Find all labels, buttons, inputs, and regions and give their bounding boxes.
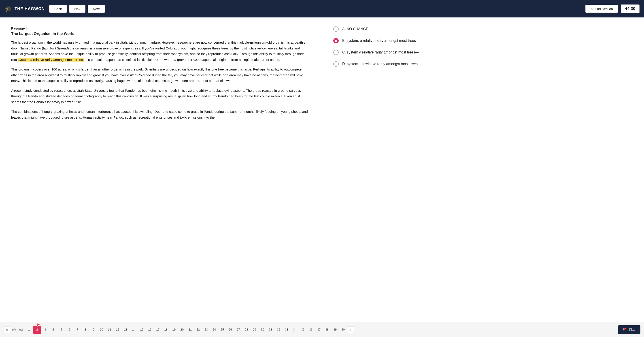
bottom-info-item[interactable]: info (10, 326, 17, 334)
bottom-instr-item[interactable]: instr (17, 326, 25, 334)
passage-label: Passage I (11, 26, 308, 30)
passage-paragraph-2: This organism covers over 106 acres, whi… (11, 66, 308, 84)
bottom-page-23[interactable]: 23 (202, 326, 210, 334)
bottom-page-36[interactable]: 36 (307, 326, 315, 334)
bottom-page-11[interactable]: 11 (106, 326, 114, 334)
bottom-page-18[interactable]: 18 (162, 326, 170, 334)
bottom-page-20[interactable]: 20 (178, 326, 186, 334)
italic-text: I Spread (55, 46, 68, 50)
timer: 44:30 (621, 4, 640, 13)
bottom-page-14[interactable]: 14 (130, 326, 138, 334)
bottom-page-37[interactable]: 37 (315, 326, 323, 334)
bottom-page-21[interactable]: 21 (186, 326, 194, 334)
end-section-label: End Section (595, 7, 613, 11)
bottom-page-10[interactable]: 10 (98, 326, 106, 334)
bottom-page-4[interactable]: 4 (49, 326, 57, 334)
bottom-page-38[interactable]: 38 (323, 326, 331, 334)
answer-label-c: C. system a relative rarity amongst most… (342, 50, 418, 54)
logo-icon: 🎓 (4, 5, 12, 12)
bottom-page-29[interactable]: 29 (250, 326, 258, 334)
end-section-button[interactable]: ✕ End Section (586, 5, 618, 13)
answer-option-b[interactable]: B. system, a relative rarity amongst mos… (333, 38, 630, 44)
bottom-page-17[interactable]: 17 (154, 326, 162, 334)
answer-label-d: D. system—a relative rarity amongst most… (342, 62, 418, 66)
bottom-page-3[interactable]: 3 (41, 326, 49, 334)
bottom-page-33[interactable]: 33 (283, 326, 291, 334)
bottom-page-31[interactable]: 31 (267, 326, 275, 334)
passage-paragraph-3: A recent study conducted by researchers … (11, 88, 308, 105)
bottom-page-15[interactable]: 15 (138, 326, 146, 334)
bottom-page-13[interactable]: 13 (122, 326, 130, 334)
bottom-page-32[interactable]: 32 (275, 326, 283, 334)
bottom-page-25[interactable]: 25 (218, 326, 226, 334)
bottom-page-35[interactable]: 35 (299, 326, 307, 334)
bottom-page-39[interactable]: 39 (331, 326, 339, 334)
question-panel: A. NO CHANGE B. system, a relative rarit… (320, 18, 644, 322)
answer-label-a: A. NO CHANGE (342, 27, 368, 31)
prev-arrow-button[interactable]: « (4, 326, 10, 333)
bottom-bar: 🚩 « info instr 1 2 3 4 5 6 7 8 9 10 11 1… (0, 322, 644, 337)
bottom-page-30[interactable]: 30 (258, 326, 267, 334)
flag-button[interactable]: 🚩 Flag (618, 325, 640, 334)
logo-area: 🎓 THE HAGWON (4, 5, 45, 12)
logo-text: THE HAGWON (14, 6, 45, 11)
bottom-page-1[interactable]: 1 (25, 326, 33, 334)
back-button[interactable]: Back (49, 5, 67, 13)
flag-icon: 🚩 (623, 328, 627, 332)
answer-option-d[interactable]: D. system—a relative rarity amongst most… (333, 61, 630, 67)
header: 🎓 THE HAGWON Back Nav Next ✕ End Section… (0, 0, 644, 18)
answer-label-b: B. system, a relative rarity amongst mos… (342, 39, 420, 43)
radio-a[interactable] (333, 26, 339, 32)
flag-label: Flag (629, 328, 636, 332)
x-icon: ✕ (590, 7, 594, 11)
radio-c[interactable] (333, 50, 339, 55)
bottom-page-27[interactable]: 27 (234, 326, 242, 334)
next-button[interactable]: Next (88, 5, 105, 13)
next-arrow-button[interactable]: » (347, 326, 354, 333)
passage-title: The Largest Organism in the World (11, 32, 308, 36)
bottom-page-5[interactable]: 5 (57, 326, 65, 334)
header-right: ✕ End Section 44:30 (586, 4, 640, 13)
bottom-page-16[interactable]: 16 (146, 326, 154, 334)
radio-b[interactable] (333, 38, 339, 44)
bottom-page-24[interactable]: 24 (210, 326, 218, 334)
passage-paragraph-4: The combinations of hungry grazing anima… (11, 109, 308, 120)
bottom-page-9[interactable]: 9 (90, 326, 98, 334)
radio-d[interactable] (333, 61, 339, 67)
nav-button[interactable]: Nav (69, 5, 86, 13)
bottom-page-28[interactable]: 28 (242, 326, 250, 334)
bottom-page-6[interactable]: 6 (65, 326, 73, 334)
bottom-page-34[interactable]: 34 (291, 326, 299, 334)
bottom-page-19[interactable]: 19 (170, 326, 178, 334)
bottom-page-22[interactable]: 22 (194, 326, 202, 334)
bottom-page-40[interactable]: 40 (339, 326, 347, 334)
bottom-page-12[interactable]: 12 (114, 326, 122, 334)
passage-panel: Passage I The Largest Organism in the Wo… (0, 18, 320, 322)
highlighted-text: system, a relative rarity amongst most t… (18, 58, 84, 62)
flag-marker-above: 🚩 (37, 323, 40, 327)
nav-buttons: Back Nav Next (49, 5, 105, 13)
bottom-page-26[interactable]: 26 (226, 326, 234, 334)
answer-option-c[interactable]: C. system a relative rarity amongst most… (333, 50, 630, 55)
main-content: Passage I The Largest Organism in the Wo… (0, 18, 644, 322)
passage-paragraph-1: The largest organism in the world has qu… (11, 40, 308, 62)
bottom-page-8[interactable]: 8 (82, 326, 90, 334)
answer-option-a[interactable]: A. NO CHANGE (333, 26, 630, 32)
bottom-page-7[interactable]: 7 (73, 326, 82, 334)
